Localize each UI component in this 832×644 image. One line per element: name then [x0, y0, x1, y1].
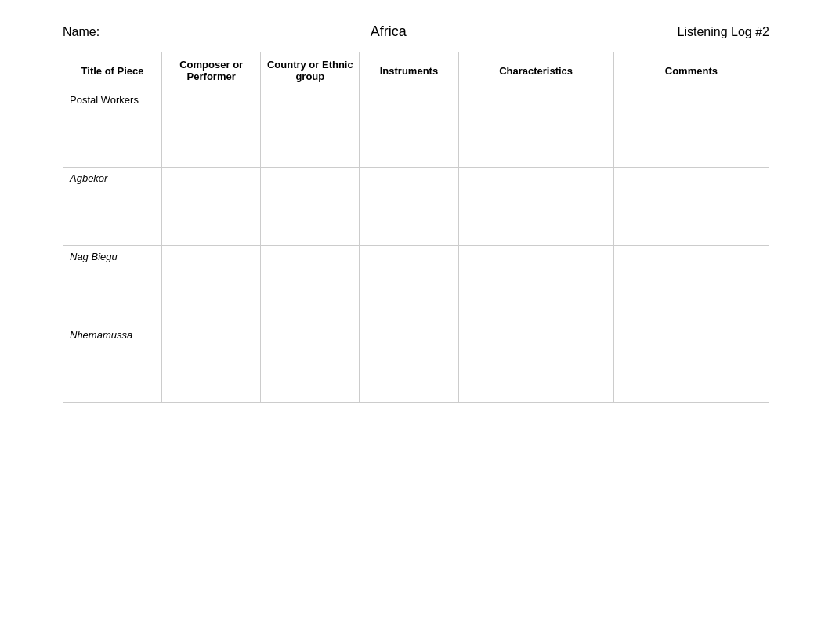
row-3-comments [613, 324, 769, 403]
table-row: Nag Biegu [63, 246, 769, 324]
row-2-comments [613, 246, 769, 324]
row-2-composer [162, 246, 261, 324]
row-0-title: Postal Workers [63, 89, 162, 168]
page-container: Name: Africa Listening Log #2 Title of P… [0, 0, 832, 644]
row-0-characteristics [458, 89, 613, 168]
row-0-instruments [360, 89, 458, 168]
row-3-title: Nhemamussa [63, 324, 162, 403]
row-2-country [261, 246, 360, 324]
row-3-characteristics [458, 324, 613, 403]
row-1-characteristics [458, 168, 613, 246]
table-row: Nhemamussa [63, 324, 769, 403]
log-number: Listening Log #2 [678, 25, 769, 39]
row-3-composer [162, 324, 261, 403]
row-3-country [261, 324, 360, 403]
row-1-title: Agbekor [63, 168, 162, 246]
col-header-composer: Composer or Performer [162, 52, 261, 89]
col-header-instruments: Instruments [360, 52, 458, 89]
row-2-characteristics [458, 246, 613, 324]
col-header-country: Country or Ethnic group [261, 52, 360, 89]
table-row: Postal Workers [63, 89, 769, 168]
table-header-row: Title of Piece Composer or Performer Cou… [63, 52, 769, 89]
row-1-instruments [360, 168, 458, 246]
table-row: Agbekor [63, 168, 769, 246]
col-header-comments: Comments [613, 52, 769, 89]
listening-log-table: Title of Piece Composer or Performer Cou… [63, 52, 769, 403]
row-0-composer [162, 89, 261, 168]
row-1-comments [613, 168, 769, 246]
row-1-composer [162, 168, 261, 246]
row-0-comments [613, 89, 769, 168]
col-header-title: Title of Piece [63, 52, 162, 89]
row-3-instruments [360, 324, 458, 403]
col-header-characteristics: Characteristics [458, 52, 613, 89]
row-2-instruments [360, 246, 458, 324]
header: Name: Africa Listening Log #2 [63, 0, 769, 52]
row-0-country [261, 89, 360, 168]
name-label: Name: [63, 25, 99, 39]
row-1-country [261, 168, 360, 246]
page-title: Africa [371, 24, 407, 40]
row-2-title: Nag Biegu [63, 246, 162, 324]
